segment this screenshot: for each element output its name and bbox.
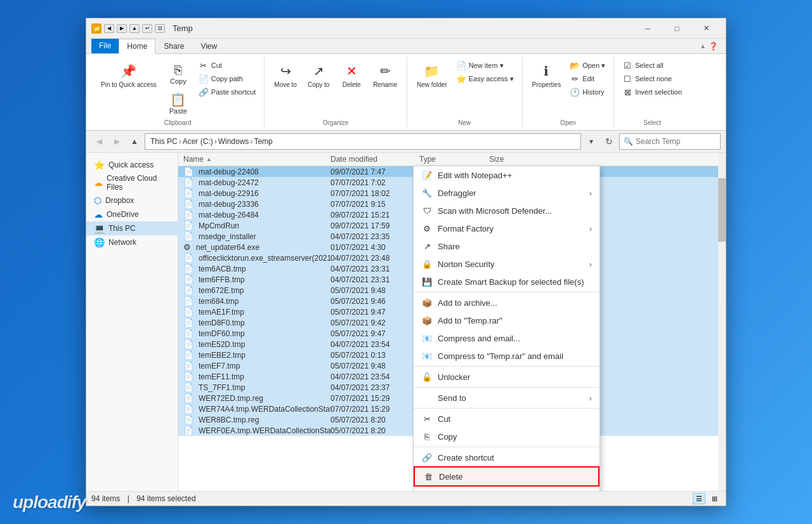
- minimize-button[interactable]: ─: [633, 18, 662, 39]
- ctx-norton[interactable]: 🔒 Norton Security ›: [414, 255, 599, 273]
- select-label: Select: [643, 119, 661, 126]
- paste-button[interactable]: 📋 Paste: [162, 89, 194, 118]
- col-header-date[interactable]: Date modified: [331, 155, 419, 164]
- tab-file[interactable]: File: [91, 39, 119, 53]
- address-dropdown-button[interactable]: ▾: [584, 134, 599, 149]
- search-box[interactable]: 🔍: [619, 133, 721, 150]
- paste-shortcut-button[interactable]: 🔗 Paste shortcut: [195, 86, 259, 98]
- file-name-cell: 📄officeclicktorun.exe_streamserver(20210…: [178, 253, 331, 263]
- address-path[interactable]: This PC › Acer (C:) › Windows › Temp: [145, 133, 581, 150]
- file-name-cell: 📄msedge_installer: [178, 232, 331, 241]
- dropbox-icon: ⬡: [94, 195, 102, 206]
- organize-label: Organize: [323, 119, 349, 126]
- ctx-edit-notepad[interactable]: 📝 Edit with Notepad++: [414, 166, 599, 184]
- chevron-up-icon[interactable]: ▲: [700, 43, 706, 49]
- close-button[interactable]: ✕: [691, 18, 721, 39]
- new-label: New: [458, 119, 471, 126]
- ctx-format-factory[interactable]: ⚙ Format Factory ›: [414, 219, 599, 237]
- up-qab[interactable]: ▲: [129, 24, 140, 33]
- ctx-add-rar[interactable]: 📦 Add to "Temp.rar": [414, 311, 599, 329]
- item-count: 94 items: [91, 494, 120, 503]
- large-icon-view-button[interactable]: ⊞: [708, 493, 721, 504]
- ctx-compress-rar-email[interactable]: 📧 Compress to "Temp.rar" and email: [414, 347, 599, 365]
- back-qab[interactable]: ◀: [104, 24, 114, 33]
- ctx-cut[interactable]: ✂ Cut: [414, 410, 599, 428]
- cut-button[interactable]: ✂ Cut: [195, 59, 259, 72]
- path-item-windows[interactable]: Windows: [218, 137, 249, 146]
- separator-3: ›: [250, 137, 252, 146]
- forward-qab[interactable]: ▶: [117, 24, 127, 33]
- tab-view[interactable]: View: [192, 39, 225, 54]
- sidebar-item-network[interactable]: 🌐 Network: [86, 235, 178, 249]
- properties-qab[interactable]: ⊡: [155, 24, 165, 33]
- ribbon-tabs: File Home Share View ▲ ❓: [86, 39, 726, 54]
- sidebar-item-dropbox[interactable]: ⬡ Dropbox: [86, 193, 178, 207]
- new-item-button[interactable]: 📄 New item ▾: [453, 59, 517, 72]
- copy-path-button[interactable]: 📄 Copy path: [195, 72, 259, 85]
- file-name-cell: 📄tem684.tmp: [178, 296, 331, 306]
- help-icon[interactable]: ❓: [709, 42, 718, 51]
- ctx-smart-backup[interactable]: 💾 Create Smart Backup for selected file(…: [414, 273, 599, 291]
- separator: [414, 387, 599, 388]
- ctx-compress-email[interactable]: 📧 Compress and email...: [414, 329, 599, 347]
- scrollbar-thumb[interactable]: [718, 178, 726, 242]
- ctx-defraggler[interactable]: 🔧 Defraggler ›: [414, 184, 599, 202]
- refresh-button[interactable]: ↻: [601, 134, 617, 149]
- sidebar-item-creative-cloud[interactable]: ☁ Creative Cloud Files: [86, 172, 178, 193]
- details-view-button[interactable]: ☰: [693, 493, 705, 504]
- maximize-button[interactable]: □: [662, 18, 691, 39]
- sidebar-item-onedrive[interactable]: ☁ OneDrive: [86, 207, 178, 221]
- open-group: ℹ Properties 📂 Open ▾ ✏ Edit �: [523, 56, 615, 128]
- forward-button[interactable]: ▶: [109, 134, 124, 149]
- ctx-scan-defender[interactable]: 🛡 Scan with Microsoft Defender...: [414, 202, 599, 219]
- undo-qab[interactable]: ↩: [142, 24, 152, 33]
- select-all-button[interactable]: ☑ Select all: [619, 59, 685, 72]
- invert-selection-button[interactable]: ⊠ Invert selection: [619, 86, 685, 98]
- submenu-arrow-icon: ›: [589, 188, 592, 198]
- file-name-cell: 📄temDF60.tmp: [178, 329, 331, 338]
- sidebar-item-quick-access[interactable]: ⭐ Quick access: [86, 158, 178, 172]
- col-header-name[interactable]: Name ▲: [178, 155, 331, 164]
- ctx-create-shortcut[interactable]: 🔗 Create shortcut: [414, 449, 599, 466]
- path-item-thispc[interactable]: This PC: [150, 137, 178, 146]
- select-none-button[interactable]: ☐ Select none: [619, 72, 685, 85]
- properties-button[interactable]: ℹ Properties: [528, 58, 566, 91]
- edit-btn[interactable]: ✏ Edit: [566, 72, 608, 85]
- open-small-buttons: 📂 Open ▾ ✏ Edit 🕐 History: [566, 58, 608, 98]
- ctx-unlocker[interactable]: 🔓 Unlocker: [414, 368, 599, 386]
- easy-access-button[interactable]: ⭐ Easy access ▾: [453, 72, 517, 85]
- copy-to-button[interactable]: ↗ Copy to: [303, 58, 334, 91]
- ctx-share[interactable]: ↗ Share: [414, 237, 599, 255]
- file-name-cell: 📄tem672E.tmp: [178, 285, 331, 295]
- cut-icon: ✂: [421, 413, 433, 424]
- pin-quickaccess-button[interactable]: 📌 Pin to Quick access: [96, 58, 161, 92]
- file-name-cell: 📄temD8F0.tmp: [178, 318, 331, 327]
- ctx-rename[interactable]: ✏ Rename: [414, 487, 599, 491]
- col-header-type[interactable]: Type: [419, 155, 489, 164]
- new-folder-button[interactable]: 📁 New folder: [412, 58, 452, 91]
- this-pc-icon: 💻: [94, 223, 105, 233]
- file-name-cell: 📄mat-debug-22408: [178, 167, 331, 176]
- path-item-acer[interactable]: Acer (C:): [183, 137, 213, 146]
- open-btn[interactable]: 📂 Open ▾: [566, 59, 608, 72]
- sidebar-item-this-pc[interactable]: 💻 This PC: [86, 221, 178, 235]
- search-input[interactable]: [636, 137, 731, 146]
- file-name-cell: 📄temAE1F.tmp: [178, 307, 331, 317]
- history-btn[interactable]: 🕐 History: [566, 86, 608, 98]
- col-header-size[interactable]: Size: [489, 155, 540, 164]
- ctx-add-archive[interactable]: 📦 Add to archive...: [414, 294, 599, 311]
- rename-button[interactable]: ✏ Rename: [369, 58, 402, 91]
- archive-icon: 📦: [421, 297, 433, 308]
- up-button[interactable]: ▲: [127, 134, 142, 149]
- back-button[interactable]: ◀: [91, 134, 107, 149]
- scrollbar-track[interactable]: [718, 153, 726, 491]
- delete-button[interactable]: ✕ Delete: [336, 58, 367, 91]
- tab-share[interactable]: Share: [155, 39, 192, 54]
- path-item-temp[interactable]: Temp: [254, 137, 272, 146]
- tab-home[interactable]: Home: [119, 39, 155, 54]
- ctx-copy[interactable]: ⎘ Copy: [414, 428, 599, 445]
- copy-button[interactable]: ⎘ Copy: [162, 59, 194, 88]
- move-to-button[interactable]: ↪ Move to: [270, 58, 301, 91]
- ctx-send-to[interactable]: Send to ›: [414, 389, 599, 407]
- ctx-delete[interactable]: 🗑 Delete: [414, 466, 599, 487]
